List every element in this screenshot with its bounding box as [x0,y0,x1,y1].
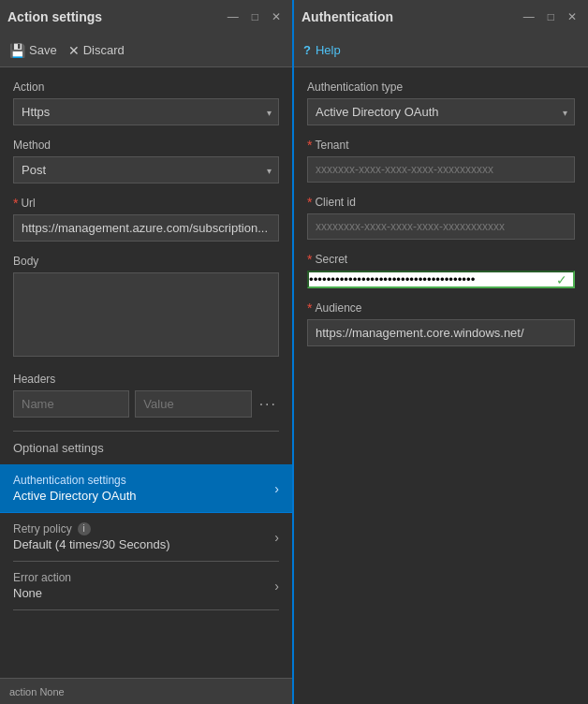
help-icon: ? [303,43,311,57]
optional-item-retry-chevron: › [274,530,279,545]
minimize-icon: — [228,10,239,23]
discard-button[interactable]: ✕ Discard [68,43,125,58]
action-select[interactable]: Https Http [13,98,279,125]
url-field-group: * Url [13,197,279,242]
secret-input-wrapper: ✓ [307,271,575,288]
right-close-icon: ✕ [567,10,577,23]
left-minimize-button[interactable]: — [224,8,243,25]
method-label: Method [13,139,279,152]
client-id-label: * Client id [307,196,575,209]
right-toolbar: ? Help [294,34,588,67]
save-icon: 💾 [9,43,25,58]
auth-type-field-group: Authentication type Active Directory OAu… [307,81,575,125]
discard-icon: ✕ [68,43,80,58]
right-close-button[interactable]: ✕ [564,8,581,25]
headers-value-input[interactable] [135,390,251,418]
audience-input[interactable] [307,319,575,346]
url-label: * Url [13,197,279,210]
right-titlebar: Authentication — □ ✕ [294,0,588,34]
right-maximize-icon: □ [548,10,554,23]
right-maximize-button[interactable]: □ [544,8,558,25]
help-button[interactable]: ? Help [303,43,341,57]
action-label: Action [13,81,279,94]
save-label: Save [29,43,57,57]
discard-label: Discard [83,43,125,57]
tenant-label: * Tenant [307,139,575,152]
action-select-wrapper: Https Http ▾ [13,98,279,125]
headers-more-button[interactable]: ··· [257,394,279,415]
optional-item-error-chevron: › [274,579,279,594]
method-select[interactable]: Post Get Put Delete [13,156,279,183]
optional-item-auth-chevron: › [274,481,279,496]
headers-name-input[interactable] [13,390,129,418]
optional-item-retry[interactable]: Retry policy i Default (4 times/30 Secon… [13,513,279,562]
optional-item-auth-title: Authentication settings [13,474,137,487]
left-panel-title: Action settings [7,9,102,24]
tenant-input[interactable] [307,156,575,183]
optional-item-auth[interactable]: Authentication settings Active Directory… [0,464,292,513]
auth-type-select-wrapper: Active Directory OAuth Basic Client Cert… [307,98,575,125]
headers-field-group: Headers ··· [13,373,279,418]
client-id-input[interactable] [307,213,575,240]
check-icon: ✓ [556,272,567,287]
optional-item-error-title: Error action [13,571,71,584]
secret-label: * Secret [307,253,575,266]
status-text: action None [9,686,65,697]
help-label: Help [316,43,341,57]
auth-type-label: Authentication type [307,81,575,94]
maximize-icon: □ [252,10,258,23]
optional-item-retry-title: Retry policy [13,522,72,535]
auth-type-select[interactable]: Active Directory OAuth Basic Client Cert… [307,98,575,125]
optional-item-error[interactable]: Error action None › [13,562,279,610]
optional-item-retry-value: Default (4 times/30 Seconds) [13,537,170,551]
optional-item-auth-content: Authentication settings Active Directory… [13,474,137,503]
right-minimize-icon: — [523,10,535,23]
right-minimize-button[interactable]: — [520,8,538,25]
save-button[interactable]: 💾 Save [9,43,57,58]
optional-item-retry-content: Retry policy i Default (4 times/30 Secon… [13,522,170,551]
left-titlebar: Action settings — □ ✕ [0,0,292,34]
secret-field-group: * Secret ✓ [307,253,575,288]
headers-label: Headers [13,373,279,386]
status-bar: action None [0,678,292,704]
method-field-group: Method Post Get Put Delete ▾ [13,139,279,183]
optional-item-auth-value: Active Directory OAuth [13,489,137,503]
optional-settings-title: Optional settings [13,441,279,455]
body-field-group: Body [13,255,279,359]
close-icon: ✕ [272,10,281,23]
client-id-field-group: * Client id [307,196,575,240]
secret-input[interactable] [307,271,575,288]
retry-info-icon[interactable]: i [78,522,91,535]
authentication-panel: Authentication — □ ✕ ? Help Authenticati… [294,0,588,704]
left-close-button[interactable]: ✕ [268,8,285,25]
right-panel-title: Authentication [301,9,393,24]
method-select-wrapper: Post Get Put Delete ▾ [13,156,279,183]
body-textarea[interactable] [13,272,279,357]
optional-item-error-value: None [13,586,71,600]
body-label: Body [13,255,279,268]
audience-label: * Audience [307,301,575,315]
left-titlebar-controls: — □ ✕ [224,8,285,25]
audience-field-group: * Audience [307,301,575,346]
url-input[interactable] [13,214,279,242]
headers-row: ··· [13,390,279,418]
left-panel-content: Action Https Http ▾ Method Post Get Put [0,67,292,678]
right-titlebar-controls: — □ ✕ [520,8,581,25]
left-toolbar: 💾 Save ✕ Discard [0,34,292,67]
optional-item-error-content: Error action None [13,571,71,600]
action-field-group: Action Https Http ▾ [13,81,279,125]
left-maximize-button[interactable]: □ [248,8,262,25]
tenant-field-group: * Tenant [307,139,575,183]
action-settings-panel: Action settings — □ ✕ 💾 Save ✕ Discard [0,0,294,704]
right-panel-content: Authentication type Active Directory OAu… [294,67,588,704]
divider [13,431,279,432]
